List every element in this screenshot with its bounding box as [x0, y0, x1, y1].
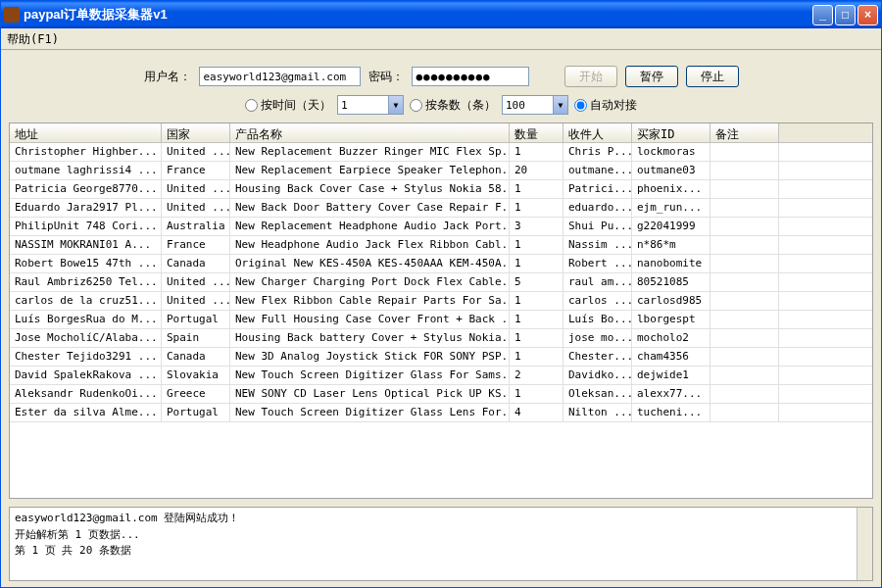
table-cell: New Headphone Audio Jack Flex Ribbon Cab… [230, 236, 510, 254]
table-cell: 80521085 [632, 273, 710, 291]
table-cell: 2 [510, 367, 564, 384]
table-cell: g22041999 [632, 218, 710, 235]
table-cell: Luís Bo... [564, 311, 632, 328]
table-cell: NASSIM MOKRANI01 A... [10, 236, 162, 254]
table-cell [710, 180, 779, 198]
scrollbar[interactable] [857, 508, 872, 580]
content-area: 用户名： 密码： ●●●●●●●●●● 开始 暂停 停止 按时间（天） 1▼ 按… [1, 50, 881, 587]
table-cell: 1 [510, 255, 564, 272]
filter-row: 按时间（天） 1▼ 按条数（条） 100▼ 自动对接 [9, 95, 873, 115]
table-row[interactable]: NASSIM MOKRANI01 A...FranceNew Headphone… [10, 236, 872, 255]
table-cell: New Charger Charging Port Dock Flex Cabl… [230, 273, 510, 291]
table-cell: jose mo... [564, 329, 632, 347]
table-cell: 5 [510, 273, 564, 291]
pause-button[interactable]: 暂停 [625, 66, 678, 87]
table-cell: Robert Bowe15 47th ... [10, 255, 162, 272]
table-cell: United ... [162, 292, 230, 310]
log-line: easyworld123@gmail.com 登陆网站成功！ [15, 511, 857, 527]
table-cell: Jose MocholíC/Alaba... [10, 329, 162, 347]
table-row[interactable]: Aleksandr RudenkoOi...GreeceNEW SONY CD … [10, 385, 872, 404]
column-header[interactable]: 国家 [162, 123, 230, 142]
table-cell: New Touch Screen Digitizer Glass Lens Fo… [230, 404, 510, 421]
column-header[interactable]: 收件人 [564, 123, 632, 142]
table-cell: David SpalekRakova ... [10, 367, 162, 384]
table-cell: New Full Housing Case Cover Front + Back… [230, 311, 510, 328]
table-cell [710, 367, 779, 384]
menubar: 帮助(F1) [1, 28, 881, 50]
table-cell [710, 329, 779, 347]
start-button[interactable]: 开始 [564, 66, 617, 87]
table-row[interactable]: Robert Bowe15 47th ...CanadaOriginal New… [10, 255, 872, 273]
table-row[interactable]: Eduardo Jara2917 Pl...United ...New Back… [10, 199, 872, 218]
by-count-radio[interactable]: 按条数（条） [410, 97, 496, 114]
table-cell [710, 236, 779, 254]
table-cell: 1 [510, 311, 564, 328]
table-cell: outmane laghrissi4 ... [10, 162, 162, 179]
window-title: paypal订单数据采集器v1 [24, 6, 812, 24]
table-cell: Housing Back battery Cover + Stylus Noki… [230, 329, 510, 347]
log-panel: easyworld123@gmail.com 登陆网站成功！ 开始解析第 1 页… [9, 507, 873, 581]
table-cell: 1 [510, 292, 564, 310]
table-cell [710, 162, 779, 179]
by-time-radio[interactable]: 按时间（天） [245, 97, 331, 114]
table-cell: Nilton ... [564, 404, 632, 421]
table-cell: carlos ... [564, 292, 632, 310]
table-cell: 1 [510, 143, 564, 161]
chevron-down-icon: ▼ [553, 96, 567, 114]
auto-radio[interactable]: 自动对接 [574, 97, 637, 114]
table-cell: nanobomite [632, 255, 710, 272]
table-row[interactable]: outmane laghrissi4 ...FranceNew Replacem… [10, 162, 872, 180]
table-row[interactable]: Raul Ambriz6250 Tel...United ...New Char… [10, 273, 872, 292]
table-cell: NEW SONY CD Laser Lens Optical Pick UP K… [230, 385, 510, 403]
column-header[interactable]: 数量 [510, 123, 564, 142]
table-cell: France [162, 236, 230, 254]
maximize-button[interactable]: □ [835, 5, 856, 25]
table-header: 地址国家产品名称数量收件人买家ID备注 [10, 123, 872, 143]
close-button[interactable]: × [858, 5, 878, 25]
table-cell: Housing Back Cover Case + Stylus Nokia 5… [230, 180, 510, 198]
table-cell: Christopher Highber... [10, 143, 162, 161]
table-cell: France [162, 162, 230, 179]
table-row[interactable]: carlos de la cruz51...United ...New Flex… [10, 292, 872, 311]
table-row[interactable]: Ester da silva Alme...PortugalNew Touch … [10, 404, 872, 422]
chevron-down-icon: ▼ [388, 96, 403, 114]
app-icon [4, 7, 20, 23]
table-cell [710, 348, 779, 366]
table-row[interactable]: Luís BorgesRua do M...PortugalNew Full H… [10, 311, 872, 329]
table-cell: Original New KES-450A KES-450AAA KEM-450… [230, 255, 510, 272]
table-row[interactable]: Chester Tejido3291 ...CanadaNew 3D Analo… [10, 348, 872, 367]
table-cell: New Replacement Buzzer Ringer MIC Flex S… [230, 143, 510, 161]
table-cell: carlos de la cruz51... [10, 292, 162, 310]
table-cell: PhilipUnit 748 Cori... [10, 218, 162, 235]
stop-button[interactable]: 停止 [686, 66, 739, 87]
column-header[interactable]: 地址 [10, 123, 162, 142]
table-cell: Portugal [162, 404, 230, 421]
table-cell: Chris P... [564, 143, 632, 161]
table-row[interactable]: PhilipUnit 748 Cori...AustraliaNew Repla… [10, 218, 872, 236]
count-select[interactable]: 100▼ [502, 95, 568, 115]
table-row[interactable]: Christopher Highber...United ...New Repl… [10, 143, 872, 162]
table-row[interactable]: Jose MocholíC/Alaba...SpainHousing Back … [10, 329, 872, 348]
time-select[interactable]: 1▼ [337, 95, 404, 115]
column-header[interactable]: 买家ID [632, 123, 710, 142]
minimize-button[interactable]: _ [812, 5, 833, 25]
password-input[interactable]: ●●●●●●●●●● [412, 67, 529, 86]
table-cell: Canada [162, 348, 230, 366]
table-row[interactable]: Patricia George8770...United ...Housing … [10, 180, 872, 199]
column-header[interactable]: 备注 [710, 123, 779, 142]
table-cell: Nassim ... [564, 236, 632, 254]
column-header[interactable]: 产品名称 [230, 123, 510, 142]
table-cell: 1 [510, 348, 564, 366]
table-cell: 1 [510, 329, 564, 347]
menu-help[interactable]: 帮助(F1) [7, 32, 59, 46]
data-table: 地址国家产品名称数量收件人买家ID备注 Christopher Highber.… [9, 122, 873, 499]
table-cell: lborgespt [632, 311, 710, 328]
table-row[interactable]: David SpalekRakova ...SlovakiaNew Touch … [10, 367, 872, 385]
username-input[interactable] [199, 67, 361, 86]
table-cell: n*86*m [632, 236, 710, 254]
table-cell: Canada [162, 255, 230, 272]
table-body: Christopher Highber...United ...New Repl… [10, 143, 872, 498]
table-cell: United ... [162, 273, 230, 291]
titlebar: paypal订单数据采集器v1 _ □ × [1, 1, 881, 28]
table-cell [710, 385, 779, 403]
